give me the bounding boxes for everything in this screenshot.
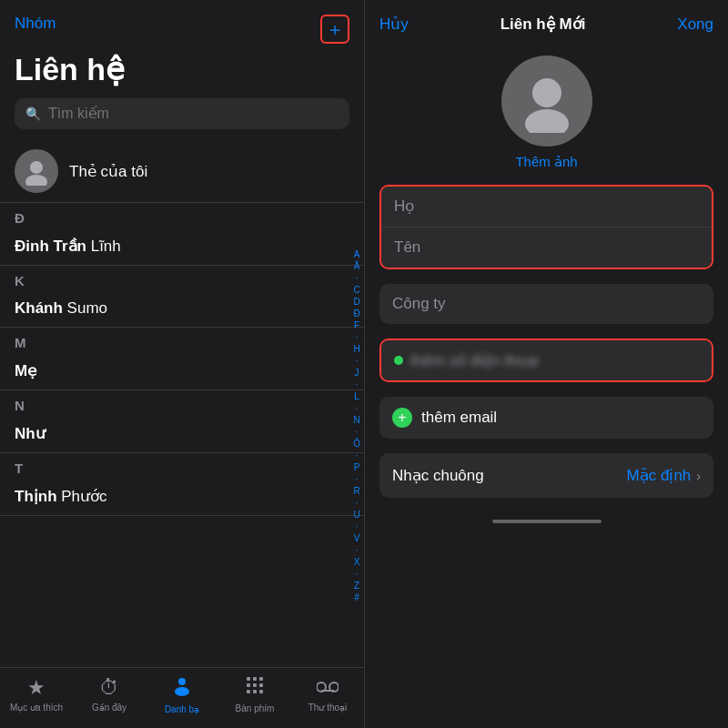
section-header-t: T: [0, 453, 364, 478]
alpha-u[interactable]: U: [353, 510, 359, 521]
last-name-input[interactable]: [394, 197, 699, 216]
left-header: Nhóm ＋: [0, 0, 364, 47]
contacts-panel: Nhóm ＋ Liên hệ 🔍 Thẻ của tôi Đ: [0, 0, 364, 667]
alpha-h[interactable]: H: [353, 344, 359, 355]
right-panel: Hủy Liên hệ Mới Xong Thêm ảnh: [364, 0, 728, 728]
svg-point-1: [25, 175, 47, 186]
alpha-x[interactable]: X: [354, 557, 360, 568]
alpha-dot3: ·: [356, 356, 359, 367]
alpha-dot6: ·: [356, 427, 359, 438]
alpha-dot11: ·: [356, 545, 359, 556]
ringtone-row[interactable]: Nhạc chuông Mặc định ›: [379, 453, 713, 498]
tab-bar: ★ Mục ưa thích ⏱ Gần đây Danh bạ: [0, 667, 364, 728]
svg-point-2: [178, 678, 186, 685]
svg-rect-4: [247, 677, 250, 681]
avatar-section: Thêm ảnh: [365, 41, 728, 177]
alpha-dot10: ·: [356, 521, 359, 532]
my-card[interactable]: Thẻ của tôi: [0, 140, 364, 203]
avatar: [501, 56, 592, 147]
alpha-dot12: ·: [356, 569, 359, 580]
alpha-dot7: ·: [356, 450, 359, 461]
svg-rect-5: [253, 677, 257, 681]
first-name-input[interactable]: [394, 238, 699, 257]
tab-keypad-label: Bàn phím: [236, 703, 275, 713]
home-bar: [492, 520, 602, 523]
section-header-d: Đ: [0, 203, 364, 228]
contacts-icon: [171, 674, 193, 702]
contact-name: Như: [15, 424, 46, 443]
first-name-field[interactable]: [381, 227, 712, 268]
last-name-field[interactable]: [381, 187, 712, 227]
alpha-c[interactable]: C: [353, 285, 359, 296]
svg-point-17: [525, 109, 569, 133]
ringtone-value: Mặc định: [627, 466, 692, 485]
alpha-a[interactable]: A: [354, 249, 360, 260]
alpha-p[interactable]: P: [354, 462, 360, 473]
company-input[interactable]: [392, 295, 701, 313]
alpha-n[interactable]: N: [353, 415, 359, 426]
left-panel: Nhóm ＋ Liên hệ 🔍 Thẻ của tôi Đ: [0, 0, 364, 728]
tab-favorites[interactable]: ★ Mục ưa thích: [0, 676, 73, 713]
alpha-l[interactable]: L: [354, 391, 359, 402]
ringtone-label: Nhạc chuông: [392, 466, 484, 485]
alpha-f[interactable]: F: [354, 320, 359, 331]
nhom-button[interactable]: Nhóm: [15, 15, 56, 33]
right-header: Hủy Liên hệ Mới Xong: [365, 0, 728, 41]
svg-rect-8: [253, 683, 257, 687]
favorites-icon: ★: [27, 676, 46, 700]
search-input[interactable]: [48, 106, 339, 122]
svg-point-16: [532, 78, 561, 107]
alpha-d[interactable]: D: [353, 297, 359, 308]
my-card-avatar: [15, 149, 58, 193]
alpha-j[interactable]: J: [355, 368, 359, 379]
section-header-k: K: [0, 266, 364, 290]
voicemail-icon: [317, 676, 339, 700]
svg-point-0: [30, 161, 43, 174]
alpha-v[interactable]: V: [354, 533, 360, 544]
alpha-a-breve[interactable]: Ă: [354, 261, 360, 272]
alpha-z[interactable]: Z: [354, 581, 359, 592]
search-bar[interactable]: 🔍: [15, 98, 349, 129]
svg-rect-6: [259, 677, 263, 681]
tab-contacts[interactable]: Danh bạ: [146, 674, 218, 714]
phone-section: [379, 339, 713, 382]
phone-input[interactable]: [410, 351, 699, 369]
contact-item-nhu[interactable]: Như: [0, 415, 364, 453]
contact-item-thinh[interactable]: Thịnh Phước: [0, 478, 364, 516]
contact-name: Đinh Trần Lĩnh: [15, 237, 121, 256]
contact-name: Mẹ: [15, 361, 36, 380]
contact-item-dinh[interactable]: Đinh Trần Lĩnh: [0, 228, 364, 266]
alpha-dot: ·: [356, 273, 359, 284]
contact-item-khanh[interactable]: Khánh Sumo: [0, 290, 364, 328]
tab-voicemail[interactable]: Thư thoại: [291, 676, 364, 713]
alpha-dot2: ·: [356, 332, 359, 343]
alpha-r[interactable]: R: [353, 486, 359, 497]
tab-keypad[interactable]: Bàn phím: [218, 675, 291, 713]
contacts-scroll: Thẻ của tôi Đ Đinh Trần Lĩnh K Khánh Sum…: [0, 140, 364, 667]
alpha-o-breve[interactable]: Ô: [353, 439, 360, 450]
name-form-section: [379, 185, 713, 269]
alpha-d-stroke[interactable]: Đ: [353, 308, 359, 319]
done-button[interactable]: Xong: [677, 15, 713, 34]
company-field[interactable]: [379, 284, 713, 324]
contact-item-me[interactable]: Mẹ: [0, 352, 364, 390]
add-contact-button[interactable]: ＋: [320, 15, 349, 44]
ringtone-value-wrap: Mặc định ›: [627, 466, 701, 485]
tab-voicemail-label: Thư thoại: [308, 703, 348, 713]
tab-recent[interactable]: ⏱ Gần đây: [73, 676, 146, 713]
svg-point-3: [175, 687, 189, 696]
phone-field[interactable]: [381, 340, 712, 380]
alpha-index: A Ă · C D Đ F · H · J · L · N · Ô · P ·: [353, 249, 360, 603]
add-email-row[interactable]: + thêm email: [379, 397, 713, 439]
alpha-hash[interactable]: #: [354, 592, 359, 603]
alpha-dot5: ·: [356, 403, 359, 414]
contact-name: Thịnh Phước: [15, 487, 107, 506]
tab-contacts-label: Danh bạ: [165, 704, 199, 714]
my-card-label: Thẻ của tôi: [69, 162, 147, 181]
cancel-button[interactable]: Hủy: [379, 15, 409, 34]
alpha-dot4: ·: [356, 379, 359, 390]
add-photo-button[interactable]: Thêm ảnh: [515, 154, 577, 170]
svg-rect-7: [247, 683, 250, 687]
alpha-dot8: ·: [356, 474, 359, 485]
header-title: Liên hệ Mới: [500, 15, 586, 34]
